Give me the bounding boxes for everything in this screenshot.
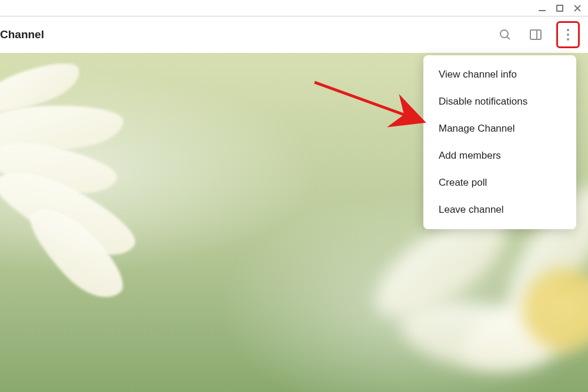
search-icon[interactable]	[495, 25, 515, 45]
window-titlebar	[0, 0, 588, 16]
menu-item-create-poll[interactable]: Create poll	[423, 169, 576, 196]
channel-header: Channel	[0, 16, 588, 53]
svg-point-4	[500, 30, 508, 38]
more-vert-icon[interactable]	[556, 21, 580, 48]
menu-item-manage-channel[interactable]: Manage Channel	[423, 115, 576, 142]
svg-rect-6	[530, 30, 541, 39]
dots-icon	[567, 33, 569, 36]
menu-item-add-members[interactable]: Add members	[423, 142, 576, 169]
toolbar-icons	[495, 21, 580, 48]
close-icon[interactable]	[573, 4, 582, 13]
menu-item-disable-notif[interactable]: Disable notifications	[423, 88, 576, 115]
channel-title: Channel	[0, 28, 44, 41]
side-panel-icon[interactable]	[526, 25, 546, 45]
menu-item-leave-channel[interactable]: Leave channel	[423, 196, 576, 223]
svg-rect-1	[557, 5, 563, 11]
svg-line-5	[507, 36, 510, 39]
channel-options-menu: View channel info Disable notifications …	[423, 55, 576, 229]
minimize-icon[interactable]	[537, 4, 547, 13]
menu-item-view-info[interactable]: View channel info	[423, 61, 576, 88]
maximize-icon[interactable]	[555, 4, 564, 13]
